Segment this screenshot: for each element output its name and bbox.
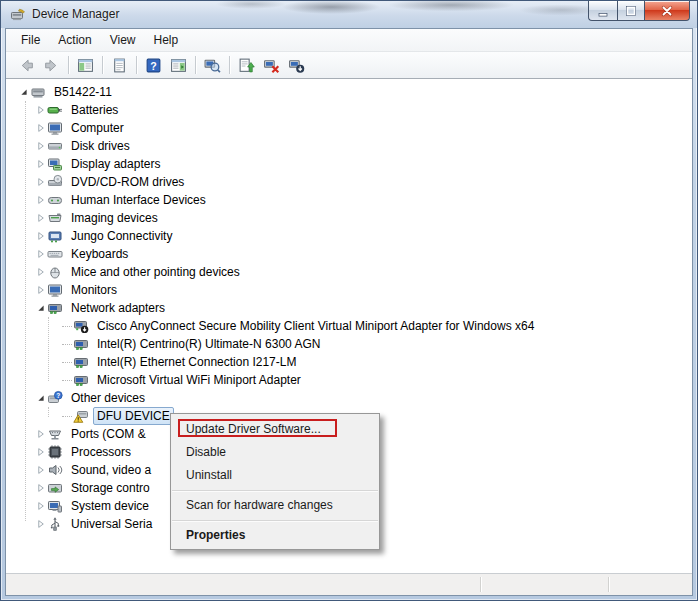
context-menu: Update Driver Software...DisableUninstal… bbox=[170, 413, 380, 550]
tree-item-label: Universal Seria bbox=[67, 515, 156, 533]
tree-item[interactable]: Imaging devices bbox=[6, 209, 692, 227]
tree-guide-line bbox=[48, 407, 49, 417]
expand-collapsed-icon bbox=[35, 158, 47, 170]
tree-item[interactable]: Intel(R) Centrino(R) Ultimate-N 6300 AGN bbox=[6, 335, 692, 353]
toolbar-button-help[interactable]: ? bbox=[142, 54, 165, 77]
tree-item-label: Intel(R) Centrino(R) Ultimate-N 6300 AGN bbox=[93, 335, 324, 353]
expand-arrow-expanded[interactable] bbox=[35, 392, 47, 404]
tree-item-icon-wrap bbox=[30, 84, 46, 100]
tree-item[interactable]: Batteries bbox=[6, 101, 692, 119]
expand-arrow-expanded[interactable] bbox=[35, 302, 47, 314]
tree-item[interactable]: ?Other devices bbox=[6, 389, 692, 407]
expand-arrow-collapsed[interactable] bbox=[35, 212, 47, 224]
expand-expanded-icon bbox=[18, 86, 30, 98]
monitor-icon bbox=[47, 282, 63, 298]
uninstall-icon bbox=[263, 57, 280, 74]
red-highlight-annotation bbox=[178, 419, 337, 437]
tree-item-label: DVD/CD-ROM drives bbox=[67, 173, 188, 191]
toolbar-button-disable-device[interactable] bbox=[285, 54, 308, 77]
tree-item[interactable]: B51422-11 bbox=[6, 83, 692, 101]
menu-help[interactable]: Help bbox=[145, 30, 188, 50]
back-icon bbox=[18, 57, 35, 74]
help-icon: ? bbox=[145, 57, 162, 74]
context-menu-item-scan-for-hardware-changes[interactable]: Scan for hardware changes bbox=[171, 494, 379, 517]
tree-item[interactable]: Disk drives bbox=[6, 137, 692, 155]
toolbar-button-forward[interactable] bbox=[40, 54, 63, 77]
unknown-device-icon: ? bbox=[47, 390, 63, 406]
maximize-button[interactable] bbox=[617, 1, 645, 21]
expand-arrow-collapsed[interactable] bbox=[35, 104, 47, 116]
toolbar-button-properties[interactable] bbox=[108, 54, 131, 77]
toolbar-button-show-action-pane[interactable] bbox=[167, 54, 190, 77]
expand-arrow-collapsed[interactable] bbox=[35, 284, 47, 296]
context-menu-item-disable[interactable]: Disable bbox=[171, 441, 379, 464]
tree-item[interactable]: Jungo Connectivity bbox=[6, 227, 692, 245]
expand-arrow-collapsed[interactable] bbox=[35, 176, 47, 188]
title-bar[interactable]: Device Manager bbox=[1, 1, 697, 28]
toolbar-button-uninstall[interactable] bbox=[260, 54, 283, 77]
minimize-button[interactable] bbox=[588, 1, 617, 21]
tree-item-icon-wrap bbox=[47, 246, 63, 262]
tree-item-label: Monitors bbox=[67, 281, 121, 299]
svg-text:?: ? bbox=[150, 59, 156, 71]
tree-item[interactable]: Keyboards bbox=[6, 245, 692, 263]
menu-file[interactable]: File bbox=[12, 30, 49, 50]
tree-item-icon-wrap bbox=[47, 498, 63, 514]
expand-collapsed-icon bbox=[35, 212, 47, 224]
tree-item[interactable]: DVD/CD-ROM drives bbox=[6, 173, 692, 191]
menu-view[interactable]: View bbox=[101, 30, 145, 50]
tree-item-label: Human Interface Devices bbox=[67, 191, 210, 209]
tree-item[interactable]: Monitors bbox=[6, 281, 692, 299]
expand-arrow-expanded[interactable] bbox=[18, 86, 30, 98]
toolbar-button-back[interactable] bbox=[15, 54, 38, 77]
network-adapter-icon bbox=[73, 354, 89, 370]
toolbar-button-update-driver[interactable] bbox=[235, 54, 258, 77]
expand-arrow-collapsed[interactable] bbox=[35, 428, 47, 440]
tree-item-label: Intel(R) Ethernet Connection I217-LM bbox=[93, 353, 300, 371]
expand-arrow-collapsed[interactable] bbox=[35, 158, 47, 170]
tree-item[interactable]: Intel(R) Ethernet Connection I217-LM bbox=[6, 353, 692, 371]
imaging-icon bbox=[47, 210, 63, 226]
menu-action[interactable]: Action bbox=[49, 30, 100, 50]
expand-arrow-collapsed[interactable] bbox=[35, 140, 47, 152]
tree-item[interactable]: Mice and other pointing devices bbox=[6, 263, 692, 281]
toolbar-button-show-console-tree[interactable] bbox=[74, 54, 97, 77]
expand-arrow-collapsed[interactable] bbox=[35, 518, 47, 530]
context-menu-item-uninstall[interactable]: Uninstall bbox=[171, 464, 379, 487]
toolbar-button-scan-hardware[interactable] bbox=[201, 54, 224, 77]
expand-collapsed-icon bbox=[35, 518, 47, 530]
window-controls bbox=[588, 1, 690, 21]
expand-arrow-collapsed[interactable] bbox=[35, 266, 47, 278]
tree-item[interactable]: Computer bbox=[6, 119, 692, 137]
context-menu-item-properties[interactable]: Properties bbox=[171, 524, 379, 547]
tree-item-icon-wrap bbox=[47, 264, 63, 280]
ports-icon bbox=[47, 426, 63, 442]
device-manager-icon bbox=[10, 7, 26, 23]
expand-arrow-collapsed[interactable] bbox=[35, 194, 47, 206]
tree-item[interactable]: Display adapters bbox=[6, 155, 692, 173]
tree-item-label: Batteries bbox=[67, 101, 122, 119]
network-adapter-icon bbox=[47, 300, 63, 316]
expand-arrow-collapsed[interactable] bbox=[35, 464, 47, 476]
network-adapter-disabled-icon bbox=[73, 318, 89, 334]
expand-arrow-collapsed[interactable] bbox=[35, 248, 47, 260]
tree-item-icon-wrap bbox=[47, 444, 63, 460]
window-title: Device Manager bbox=[32, 7, 119, 21]
expand-arrow-collapsed[interactable] bbox=[35, 230, 47, 242]
tree-item[interactable]: Network adapters bbox=[6, 299, 692, 317]
tree-item-icon-wrap bbox=[47, 480, 63, 496]
close-button[interactable] bbox=[645, 1, 690, 21]
tree-item-label: B51422-11 bbox=[50, 83, 116, 101]
expand-arrow-collapsed[interactable] bbox=[35, 122, 47, 134]
tree-item[interactable]: Microsoft Virtual WiFi Miniport Adapter bbox=[6, 371, 692, 389]
mouse-icon bbox=[47, 264, 63, 280]
tree-item-icon-wrap bbox=[47, 102, 63, 118]
expand-arrow-collapsed[interactable] bbox=[35, 500, 47, 512]
expand-arrow-collapsed[interactable] bbox=[35, 446, 47, 458]
tree-item[interactable]: Human Interface Devices bbox=[6, 191, 692, 209]
tree-item-label: Cisco AnyConnect Secure Mobility Client … bbox=[93, 317, 538, 335]
tree-item[interactable]: Cisco AnyConnect Secure Mobility Client … bbox=[6, 317, 692, 335]
expand-collapsed-icon bbox=[35, 104, 47, 116]
tree-item-label: Ports (COM & bbox=[67, 425, 150, 443]
expand-arrow-collapsed[interactable] bbox=[35, 482, 47, 494]
